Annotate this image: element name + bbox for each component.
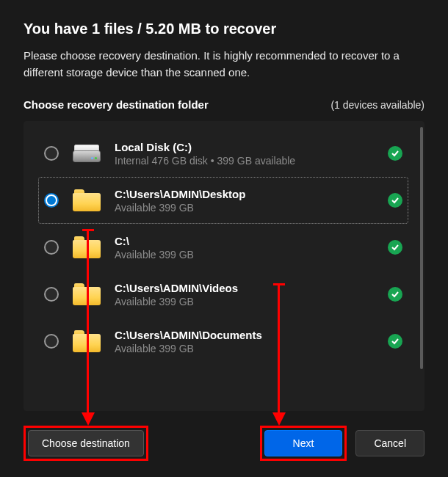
item-subtitle: Available 399 GB [115, 343, 375, 354]
destination-list: Local Disk (C:) Internal 476 GB disk • 3… [24, 121, 424, 411]
scrollbar[interactable] [420, 127, 423, 369]
radio-button[interactable] [44, 193, 59, 208]
list-item[interactable]: C:\Users\ADMIN\Desktop Available 399 GB [38, 177, 408, 224]
choose-destination-button[interactable]: Choose destination [28, 430, 144, 456]
item-title: C:\Users\ADMIN\Desktop [115, 188, 375, 200]
radio-button[interactable] [44, 334, 59, 349]
check-icon [388, 287, 402, 302]
instruction-text: Please choose recovery destination. It i… [24, 48, 424, 81]
section-label: Choose recovery destination folder [24, 98, 209, 111]
list-item[interactable]: C:\Users\ADMIN\Videos Available 399 GB [38, 271, 408, 318]
list-item[interactable]: C:\Users\ADMIN\Documents Available 399 G… [38, 318, 408, 365]
annotation-highlight: Choose destination [24, 426, 148, 461]
check-icon [388, 240, 402, 255]
item-subtitle: Available 399 GB [115, 202, 375, 214]
item-subtitle: Available 399 GB [115, 249, 375, 261]
folder-icon [72, 328, 101, 354]
folder-icon [72, 234, 101, 261]
folder-icon [72, 187, 101, 214]
folder-icon [72, 281, 101, 307]
item-title: C:\ [115, 235, 375, 247]
list-item[interactable]: C:\ Available 399 GB [38, 224, 408, 271]
page-title: You have 1 files / 5.20 MB to recover [24, 21, 424, 37]
list-item[interactable]: Local Disk (C:) Internal 476 GB disk • 3… [38, 130, 408, 177]
disk-icon [72, 140, 101, 167]
check-icon [388, 193, 402, 208]
radio-button[interactable] [44, 287, 59, 302]
cancel-button[interactable]: Cancel [355, 430, 424, 456]
next-button[interactable]: Next [264, 430, 343, 456]
annotation-highlight: Next [260, 426, 347, 461]
check-icon [388, 334, 402, 349]
item-title: Local Disk (C:) [115, 141, 375, 153]
item-title: C:\Users\ADMIN\Videos [115, 282, 375, 294]
item-subtitle: Internal 476 GB disk • 399 GB available [115, 155, 375, 167]
item-subtitle: Available 399 GB [115, 296, 375, 307]
radio-button[interactable] [44, 240, 59, 255]
item-title: C:\Users\ADMIN\Documents [115, 329, 375, 341]
radio-button[interactable] [44, 146, 59, 161]
devices-available: (1 devices available) [330, 99, 424, 111]
check-icon [388, 146, 402, 161]
